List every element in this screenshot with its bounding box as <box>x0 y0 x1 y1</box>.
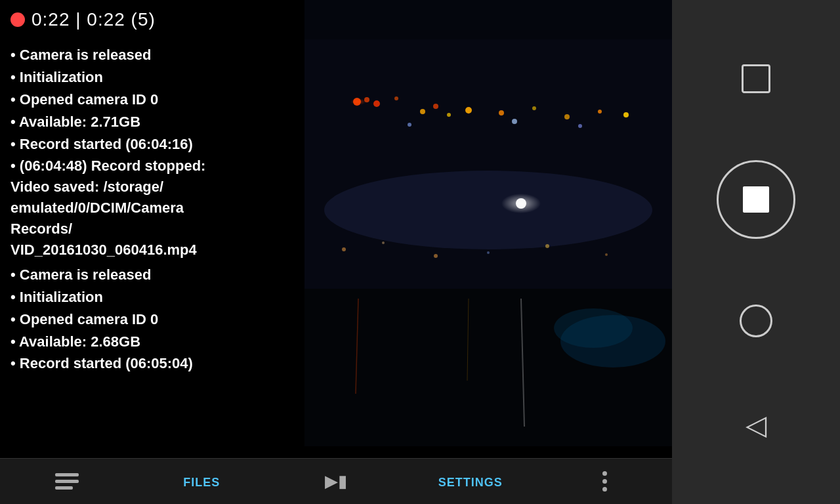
svg-point-17 <box>512 119 517 124</box>
stop-record-button[interactable] <box>717 160 795 239</box>
log-area: • Camera is released • Initialization • … <box>0 39 308 458</box>
svg-point-12 <box>532 106 536 110</box>
svg-point-4 <box>373 100 380 107</box>
camera-preview <box>304 0 672 446</box>
svg-point-25 <box>545 244 549 248</box>
menu-line-1 <box>55 473 79 476</box>
svg-point-21 <box>342 247 346 251</box>
nav-files[interactable]: FILES <box>135 473 269 490</box>
home-button[interactable] <box>733 298 779 344</box>
settings-label: SETTINGS <box>438 476 503 490</box>
svg-point-1 <box>324 171 652 249</box>
svg-point-22 <box>382 242 385 244</box>
files-label: FILES <box>183 476 220 490</box>
log-entry-11: • Record started (06:05:04) <box>10 353 298 374</box>
svg-point-26 <box>605 253 608 256</box>
log-entry-4: • Available: 2.71GB <box>10 112 298 133</box>
side-panel: ◁ <box>672 0 840 504</box>
back-button[interactable]: ◁ <box>733 402 779 448</box>
svg-point-6 <box>433 104 438 109</box>
nav-camera[interactable]: ▶▮ <box>269 471 404 492</box>
log-entry-6: • (06:04:48) Record stopped:Video saved:… <box>10 156 298 260</box>
status-bar: 0:22 | 0:22 (5) <box>0 0 672 39</box>
log-entry-8: • Initialization <box>10 287 298 308</box>
svg-point-32 <box>554 308 633 348</box>
log-entry-3: • Opened camera ID 0 <box>10 89 298 110</box>
nav-more[interactable] <box>537 471 672 492</box>
svg-point-24 <box>487 251 490 254</box>
log-entry-2: • Initialization <box>10 67 298 88</box>
bottom-nav: FILES ▶▮ SETTINGS <box>0 458 672 504</box>
log-entry-1: • Camera is released <box>10 45 298 66</box>
app-area: 0:22 | 0:22 (5) • Camera is released • I… <box>0 0 672 504</box>
svg-point-8 <box>420 109 425 114</box>
log-entry-9: • Opened camera ID 0 <box>10 309 298 330</box>
svg-point-7 <box>350 98 366 105</box>
nav-settings[interactable]: SETTINGS <box>403 473 537 490</box>
circle-icon <box>740 304 772 337</box>
svg-point-18 <box>578 124 582 128</box>
svg-point-11 <box>499 110 504 116</box>
stop-square-icon <box>743 186 769 213</box>
nav-menu[interactable] <box>0 473 135 490</box>
svg-point-10 <box>465 107 472 114</box>
log-entry-10: • Available: 2.68GB <box>10 331 298 352</box>
svg-point-14 <box>598 110 602 114</box>
menu-line-3 <box>55 486 73 490</box>
svg-point-20 <box>501 194 541 213</box>
menu-line-2 <box>55 480 79 483</box>
log-entry-5: • Record started (06:04:16) <box>10 134 298 155</box>
svg-point-9 <box>447 113 451 117</box>
recent-apps-button[interactable] <box>733 56 779 102</box>
record-indicator <box>10 12 25 27</box>
log-entry-7: • Camera is released <box>10 264 298 285</box>
svg-point-16 <box>408 123 411 127</box>
timer-display: 0:22 | 0:22 (5) <box>32 9 156 30</box>
svg-point-15 <box>623 112 629 117</box>
menu-lines-icon <box>55 473 79 490</box>
svg-point-23 <box>434 254 438 258</box>
three-dots-icon <box>602 471 607 492</box>
svg-point-13 <box>564 114 570 119</box>
video-cam-icon: ▶▮ <box>325 471 347 492</box>
svg-point-5 <box>394 96 398 100</box>
square-icon <box>742 64 770 93</box>
back-arrow-icon: ◁ <box>746 411 766 439</box>
